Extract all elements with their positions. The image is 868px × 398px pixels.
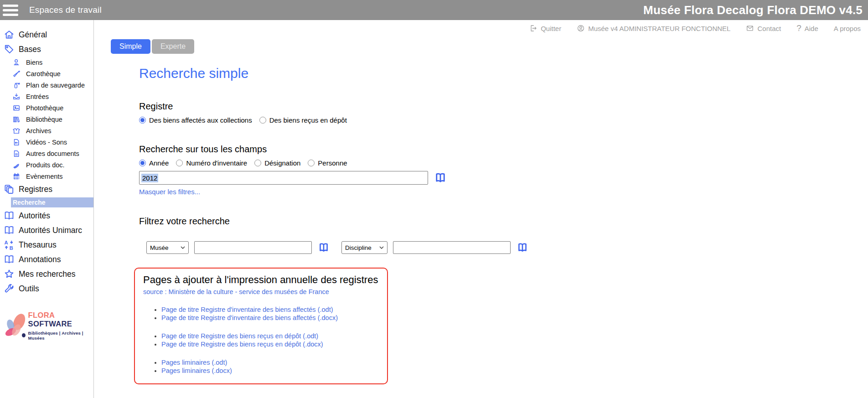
sidebar-item-general[interactable]: Général <box>0 27 93 42</box>
page-link-odt-depot[interactable]: Page de titre Registre des biens reçus e… <box>161 332 318 340</box>
stacked-pages-icon <box>4 184 15 195</box>
sidebar-item-bases[interactable]: Bases <box>0 42 93 57</box>
page-link-docx-affectes[interactable]: Page de titre Registre d'inventaire des … <box>161 314 338 321</box>
sidebar-item-recherche-selected[interactable]: Recherche <box>11 197 93 207</box>
contact-link[interactable]: Contact <box>746 24 781 32</box>
lookup-book-icon[interactable] <box>318 242 330 253</box>
logo-dot <box>22 333 26 337</box>
sidebar-item-videos-sons[interactable]: Vidéos - Sons <box>0 136 93 148</box>
quit-link[interactable]: Quitter <box>529 24 561 32</box>
sidebar-item-outils[interactable]: Outils <box>0 281 93 296</box>
page-link-docx-depot[interactable]: Page de titre Registre des biens reçus e… <box>161 341 323 348</box>
radio-selected-icon <box>139 160 146 166</box>
sheets-icon <box>12 161 21 169</box>
list-item: Pages liminaires (.odt) <box>161 359 379 366</box>
menu-icon[interactable] <box>3 2 23 18</box>
sort-ab-icon: AB <box>4 239 15 250</box>
about-link[interactable]: A propos <box>834 25 861 32</box>
sidebar-item-produits-doc[interactable]: Produits doc. <box>0 159 93 171</box>
radio-designation[interactable]: Désignation <box>254 159 300 167</box>
page-link-odt-affectes[interactable]: Page de titre Registre d'inventaire des … <box>161 306 333 313</box>
sidebar: Général Bases Biens Carothèque Plan de s… <box>0 20 94 398</box>
user-icon <box>577 24 585 32</box>
page-link-odt-liminaires[interactable]: Pages liminaires (.odt) <box>161 359 227 366</box>
image-icon <box>12 104 21 112</box>
search-mode-tabs: Simple Experte <box>111 39 868 54</box>
radio-personne[interactable]: Personne <box>308 159 347 167</box>
logo-name-secondary: SOFTWARE <box>28 320 72 328</box>
calendar-icon <box>12 172 21 181</box>
pages-box-heading: Pages à ajouter à l'impression annuelle … <box>143 274 379 286</box>
inbox-download-icon <box>12 93 21 101</box>
radio-unselected-icon <box>259 117 266 124</box>
registre-options: Des biens affectés aux collections Des b… <box>139 116 868 124</box>
page-title: Recherche simple <box>139 66 868 81</box>
logo-tagline: Bibliothèques | Archives | Musées <box>28 331 93 341</box>
search-input[interactable]: 2012 <box>139 171 428 185</box>
filters-row: Musée Discipline <box>146 241 868 254</box>
lookup-book-icon[interactable] <box>434 172 447 184</box>
help-link[interactable]: ? Aide <box>796 23 818 33</box>
sidebar-item-entrees[interactable]: Entrées <box>0 91 93 102</box>
pages-links-list: Page de titre Registre d'inventaire des … <box>143 306 379 374</box>
radio-unselected-icon <box>308 160 315 166</box>
radio-annee[interactable]: Année <box>139 159 169 167</box>
sidebar-item-plan-de-sauvegarde[interactable]: Plan de sauvegarde <box>0 79 93 91</box>
main-content: Simple Experte Recherche simple Registre… <box>94 39 868 398</box>
sidebar-item-annotations[interactable]: Annotations <box>0 252 93 267</box>
core-sample-icon <box>12 70 21 78</box>
list-item: Page de titre Registre des biens reçus e… <box>161 332 379 340</box>
books-icon <box>12 115 21 124</box>
radio-unselected-icon <box>176 160 183 166</box>
filter-value-input-discipline[interactable] <box>393 241 511 254</box>
top-header: Espaces de travail Musée Flora Decalog F… <box>0 0 868 20</box>
tab-experte[interactable]: Experte <box>152 39 194 54</box>
home-icon <box>4 29 15 40</box>
flora-software-logo: FLORA SOFTWARE Bibliothèques | Archives … <box>1 308 93 343</box>
sidebar-item-thesaurus[interactable]: AB Thesaurus <box>0 238 93 252</box>
search-heading: Recherche sur tous les champs <box>139 144 868 155</box>
list-item: Page de titre Registre d'inventaire des … <box>161 314 379 321</box>
sidebar-item-registres[interactable]: Registres <box>0 182 93 196</box>
sidebar-item-phototheque[interactable]: Photothèque <box>0 102 93 114</box>
sidebar-item-biens[interactable]: Biens <box>0 57 93 68</box>
radio-numero-inventaire[interactable]: Numéro d'inventaire <box>176 159 247 167</box>
tab-simple[interactable]: Simple <box>111 39 150 54</box>
open-book-icon <box>4 225 15 236</box>
mail-icon <box>746 24 754 32</box>
question-icon: ? <box>796 23 801 33</box>
lookup-book-icon[interactable] <box>517 242 528 253</box>
user-account[interactable]: Musée v4 ADMINISTRATEUR FONCTIONNEL <box>577 24 730 32</box>
source-link[interactable]: source : Ministère de la culture - servi… <box>143 288 329 295</box>
search-input-value: 2012 <box>141 174 158 182</box>
workspace-title: Espaces de travail <box>29 5 102 15</box>
sidebar-item-autres-documents[interactable]: Autres documents <box>0 148 93 159</box>
hide-filters-link[interactable]: Masquer les filtres... <box>139 188 200 196</box>
sidebar-item-evenements[interactable]: Evènements <box>0 171 93 182</box>
exit-icon <box>529 24 537 32</box>
sidebar-item-bibliotheque[interactable]: Bibliothèque <box>0 114 93 125</box>
sidebar-item-mes-recherches[interactable]: Mes recherches <box>0 267 93 281</box>
registre-heading: Registre <box>139 101 868 112</box>
search-field-options: Année Numéro d'inventaire Désignation Pe… <box>139 159 868 167</box>
radio-biens-depot[interactable]: Des biens reçus en dépôt <box>259 116 347 124</box>
logo-name-primary: FLORA <box>28 311 55 319</box>
open-book-icon <box>4 254 15 265</box>
filter-field-select-discipline[interactable]: Discipline <box>341 241 388 254</box>
page-link-docx-liminaires[interactable]: Pages liminaires (.docx) <box>161 367 232 374</box>
filter-value-input-musee[interactable] <box>194 241 312 254</box>
sidebar-item-autorites-unimarc[interactable]: Autorités Unimarc <box>0 223 93 238</box>
open-box-icon <box>12 127 21 135</box>
sidebar-item-carotheque[interactable]: Carothèque <box>0 68 93 79</box>
extinguisher-icon <box>12 81 21 89</box>
radio-selected-icon <box>139 117 146 124</box>
pages-box: Pages à ajouter à l'impression annuelle … <box>134 268 388 384</box>
svg-text:B: B <box>10 245 13 251</box>
sidebar-item-autorites[interactable]: Autorités <box>0 208 93 223</box>
sidebar-item-archives[interactable]: Archives <box>0 125 93 136</box>
list-item: Pages liminaires (.docx) <box>161 367 379 374</box>
list-item: Page de titre Registre d'inventaire des … <box>161 306 379 313</box>
radio-biens-affectes[interactable]: Des biens affectés aux collections <box>139 116 252 124</box>
star-icon <box>4 269 15 279</box>
filter-field-select-musee[interactable]: Musée <box>146 241 189 254</box>
